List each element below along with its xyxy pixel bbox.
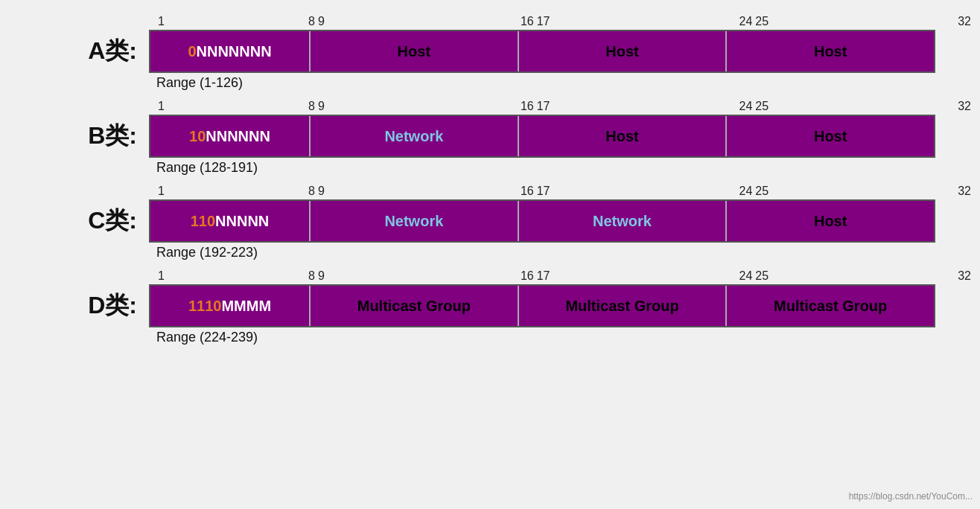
diagram-row-3: D类:1110MMMMMulticast GroupMulticast Grou…: [60, 284, 935, 327]
class-group-3: 1891617242532D类:1110MMMMMulticast GroupM…: [60, 269, 935, 348]
numbers-row-0: 1891617242532: [156, 15, 973, 28]
num-seg-4: 2532: [754, 269, 973, 283]
numbers-wrapper: 1891617242532: [156, 100, 973, 113]
segment-1-0: 10NNNNNN: [150, 116, 311, 156]
ip-diagram-3: 1110MMMMMulticast GroupMulticast GroupMu…: [149, 284, 935, 327]
watermark: https://blog.csdn.net/YouCom...: [849, 491, 973, 502]
class-group-1: 1891617242532B类:10NNNNNNNetworkHostHostR…: [60, 100, 935, 179]
segment-0-2: Host: [519, 31, 728, 71]
segment-2-2: Network: [519, 201, 728, 241]
segment-3-3: Multicast Group: [727, 286, 934, 326]
num-seg-3: 1724: [535, 15, 754, 28]
segment-3-0: 1110MMMM: [150, 286, 311, 326]
segment-3-1: Multicast Group: [311, 286, 519, 326]
class-group-0: 1891617242532A类:0NNNNNNNHostHostHostRang…: [60, 15, 935, 94]
segment-1-2: Host: [519, 116, 728, 156]
numbers-wrapper: 1891617242532: [156, 269, 973, 283]
num-seg-2: 916: [316, 100, 535, 113]
num-seg-1: 18: [156, 100, 316, 113]
ip-diagram-1: 10NNNNNNNetworkHostHost: [149, 115, 935, 158]
range-label-0: Range (1-126): [156, 75, 935, 91]
range-label-2: Range (192-223): [156, 245, 935, 260]
num-seg-4: 2532: [754, 185, 973, 198]
segment-0-0: 0NNNNNNN: [150, 31, 311, 71]
class-label-2: C类:: [60, 205, 149, 237]
num-seg-1: 18: [156, 185, 316, 198]
prefix-rest: NNNNNN: [206, 128, 270, 145]
num-seg-2: 916: [316, 15, 535, 28]
class-label-1: B类:: [60, 120, 149, 153]
main-container: 1891617242532A类:0NNNNNNNHostHostHostRang…: [0, 0, 980, 369]
class-label-3: D类:: [60, 289, 149, 322]
num-seg-2: 916: [316, 269, 535, 283]
ip-diagram-2: 110NNNNNNetworkNetworkHost: [149, 199, 935, 243]
num-seg-3: 1724: [535, 269, 754, 283]
num-seg-4: 2532: [754, 100, 973, 113]
range-label-1: Range (128-191): [156, 160, 935, 176]
num-seg-3: 1724: [535, 185, 754, 198]
diagram-row-0: A类:0NNNNNNNHostHostHost: [60, 30, 935, 73]
ip-diagram-0: 0NNNNNNNHostHostHost: [149, 30, 935, 73]
prefix-rest: NNNNNNN: [197, 43, 272, 60]
prefix-colored: 1110: [188, 298, 222, 315]
segment-2-0: 110NNNNN: [150, 201, 311, 241]
numbers-wrapper: 1891617242532: [156, 185, 973, 198]
num-seg-4: 2532: [754, 15, 973, 28]
prefix-rest: NNNNN: [215, 213, 269, 230]
segment-2-1: Network: [311, 201, 519, 241]
range-label-3: Range (224-239): [156, 330, 935, 345]
segment-0-1: Host: [311, 31, 519, 71]
diagram-row-2: C类:110NNNNNNetworkNetworkHost: [60, 199, 935, 243]
prefix-colored: 0: [188, 43, 196, 60]
segment-1-3: Host: [727, 116, 934, 156]
num-seg-1: 18: [156, 15, 316, 28]
prefix-colored: 110: [191, 213, 215, 230]
num-seg-1: 18: [156, 269, 316, 283]
num-seg-2: 916: [316, 185, 535, 198]
class-group-2: 1891617242532C类:110NNNNNNetworkNetworkHo…: [60, 185, 935, 263]
segment-0-3: Host: [727, 31, 934, 71]
segment-3-2: Multicast Group: [519, 286, 728, 326]
numbers-row-3: 1891617242532: [156, 269, 973, 283]
numbers-wrapper: 1891617242532: [156, 15, 973, 28]
class-label-0: A类:: [60, 35, 149, 68]
num-seg-3: 1724: [535, 100, 754, 113]
segment-1-1: Network: [311, 116, 519, 156]
diagram-row-1: B类:10NNNNNNNetworkHostHost: [60, 115, 935, 158]
numbers-row-2: 1891617242532: [156, 185, 973, 198]
prefix-rest: MMMM: [221, 298, 271, 315]
numbers-row-1: 1891617242532: [156, 100, 973, 113]
segment-2-3: Host: [727, 201, 934, 241]
prefix-colored: 10: [189, 128, 206, 145]
